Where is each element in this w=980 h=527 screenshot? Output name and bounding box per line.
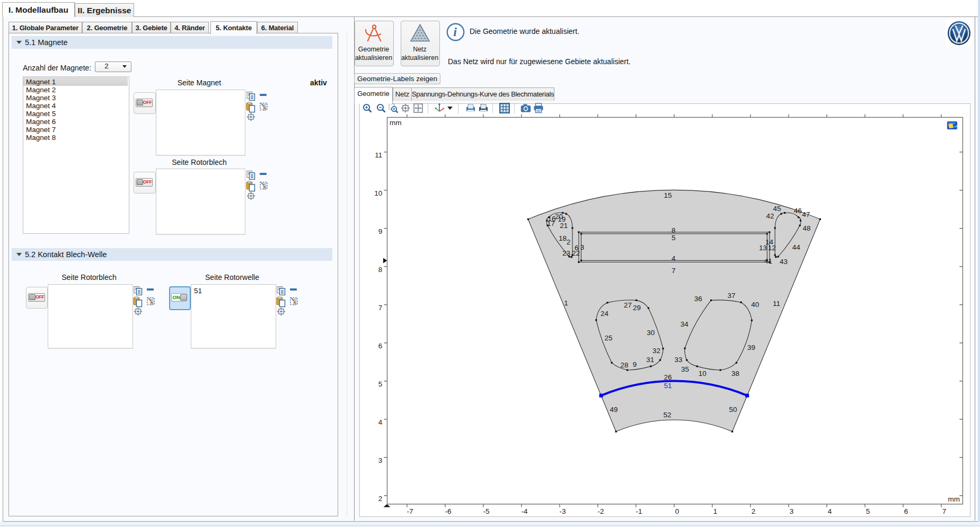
svg-text:18: 18	[559, 234, 567, 242]
svg-text:32: 32	[652, 347, 660, 355]
svg-text:3: 3	[580, 243, 585, 251]
svg-text:36: 36	[694, 295, 702, 303]
svg-text:48: 48	[802, 224, 810, 232]
svg-text:6: 6	[904, 507, 908, 515]
svg-text:i: i	[453, 25, 457, 39]
svg-text:-3: -3	[559, 507, 566, 515]
svg-text:2: 2	[567, 238, 571, 246]
svg-text:23: 23	[562, 249, 570, 257]
svg-text:25: 25	[604, 334, 612, 342]
svg-text:mm: mm	[390, 119, 402, 127]
svg-text:5: 5	[378, 380, 383, 388]
svg-text:33: 33	[674, 356, 682, 364]
svg-text:26: 26	[664, 373, 672, 381]
svg-text:-1: -1	[635, 507, 642, 515]
svg-text:1: 1	[564, 299, 568, 307]
svg-text:47: 47	[802, 210, 810, 218]
svg-text:6: 6	[378, 342, 383, 350]
svg-text:44: 44	[792, 243, 801, 251]
svg-text:5: 5	[672, 234, 676, 242]
svg-text:29: 29	[633, 304, 641, 312]
svg-text:4: 4	[672, 254, 676, 262]
svg-text:7: 7	[672, 267, 676, 275]
svg-text:-2: -2	[597, 507, 604, 515]
svg-text:49: 49	[610, 406, 617, 414]
svg-text:11: 11	[773, 300, 780, 308]
svg-text:5: 5	[866, 507, 870, 515]
svg-text:22: 22	[572, 249, 580, 257]
svg-text:40: 40	[751, 301, 759, 309]
svg-text:-6: -6	[445, 507, 451, 515]
svg-text:9: 9	[633, 361, 637, 368]
svg-text:12: 12	[768, 244, 776, 252]
svg-text:-5: -5	[483, 507, 489, 515]
svg-text:41: 41	[764, 257, 772, 265]
svg-text:37: 37	[728, 292, 736, 300]
svg-text:10: 10	[374, 189, 382, 197]
svg-text:7: 7	[942, 507, 947, 515]
svg-text:31: 31	[646, 356, 654, 364]
svg-text:15: 15	[664, 191, 672, 199]
svg-text:38: 38	[731, 370, 739, 377]
svg-text:28: 28	[621, 361, 629, 369]
svg-text:50: 50	[729, 406, 737, 414]
svg-text:35: 35	[681, 365, 689, 373]
svg-text:17: 17	[547, 219, 555, 227]
svg-text:46: 46	[794, 207, 802, 215]
svg-text:13: 13	[759, 244, 767, 252]
svg-text:11: 11	[375, 151, 382, 159]
svg-text:2: 2	[378, 495, 383, 503]
svg-text:24: 24	[601, 310, 609, 318]
svg-text:-4: -4	[521, 507, 527, 515]
svg-text:0: 0	[675, 507, 679, 515]
svg-text:45: 45	[773, 205, 781, 213]
svg-text:1: 1	[713, 507, 718, 515]
svg-text:-7: -7	[407, 507, 413, 515]
svg-text:52: 52	[664, 411, 672, 419]
svg-text:34: 34	[681, 320, 689, 328]
svg-text:9: 9	[378, 227, 383, 235]
svg-text:7: 7	[378, 304, 383, 312]
svg-text:42: 42	[766, 212, 774, 220]
svg-text:mm: mm	[948, 495, 960, 503]
svg-text:27: 27	[624, 301, 632, 309]
svg-text:39: 39	[747, 344, 755, 352]
svg-text:4: 4	[378, 418, 383, 426]
svg-text:8: 8	[378, 266, 383, 274]
svg-text:3: 3	[790, 507, 794, 515]
svg-text:21: 21	[560, 222, 568, 230]
svg-text:10: 10	[699, 370, 707, 377]
svg-text:43: 43	[780, 258, 788, 266]
svg-text:2: 2	[752, 507, 756, 515]
svg-text:51: 51	[664, 382, 672, 390]
svg-text:3: 3	[378, 456, 383, 464]
svg-text:4: 4	[828, 507, 832, 515]
svg-text:30: 30	[647, 329, 655, 337]
